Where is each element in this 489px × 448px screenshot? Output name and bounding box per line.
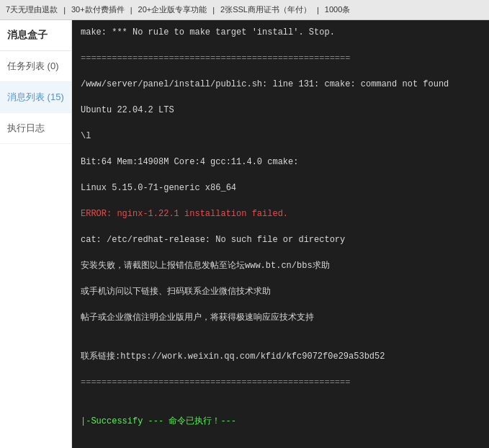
topbar-item-4: 2张SSL商用证书（年付） <box>220 4 311 15</box>
topbar-item-1: 7天无理由退款 <box>6 4 58 15</box>
topbar-divider: | <box>317 6 319 14</box>
terminal-line: /www/server/panel/install/public.sh: lin… <box>81 78 480 91</box>
terminal-line: ERROR: nginx-1.22.1 installation failed. <box>81 207 480 220</box>
terminal-line: ========================================… <box>81 376 480 389</box>
panel-title: 消息盒子 <box>0 20 71 51</box>
terminal-line: 帖子或企业微信注明企业版用户，将获得极速响应应技术支持 <box>81 311 480 324</box>
terminal-line: \l <box>81 130 480 143</box>
terminal-line: 或手机访问以下链接、扫码联系企业微信技术求助 <box>81 285 480 298</box>
topbar-item-2: 30+款付费插件 <box>71 4 125 15</box>
terminal-line: Linux 5.15.0-71-generic x86_64 <box>81 182 480 194</box>
terminal-line: make: *** No rule to make target 'instal… <box>81 26 480 39</box>
panel-container: 消息盒子 任务列表 (0) 消息列表 (15) 执行日志 checking fo… <box>0 20 489 448</box>
topbar-item-5: 1000条 <box>325 4 350 15</box>
topbar-item-3: 20+企业版专享功能 <box>138 4 207 15</box>
terminal-line: ========================================… <box>81 52 480 65</box>
topbar-divider: | <box>212 6 215 14</box>
sidebar-item-message-list[interactable]: 消息列表 (15) <box>0 82 71 113</box>
terminal-line: 联系链接:https://work.weixin.qq.com/kfid/kfc… <box>81 350 480 363</box>
main-content: checking for zlib library ... found chec… <box>72 20 489 448</box>
terminal-line: Ubuntu 22.04.2 LTS <box>81 104 480 117</box>
terminal-line: cat: /etc/redhat-release: No such file o… <box>81 233 480 246</box>
terminal-line: Bit:64 Mem:14908M Core:4 gcc:11.4.0 cmak… <box>81 156 480 169</box>
top-bar: 7天无理由退款 | 30+款付费插件 | 20+企业版专享功能 | 2张SSL商… <box>0 0 489 20</box>
terminal-output[interactable]: checking for zlib library ... found chec… <box>72 20 489 448</box>
topbar-divider: | <box>63 6 66 14</box>
sidebar: 消息盒子 任务列表 (0) 消息列表 (15) 执行日志 <box>0 20 72 448</box>
terminal-line: 安装失败，请截图以上报错信息发帖至论坛www.bt.cn/bbs求助 <box>81 259 480 272</box>
sidebar-item-exec-log[interactable]: 执行日志 <box>0 113 71 144</box>
topbar-divider: | <box>130 6 133 14</box>
sidebar-item-task-list[interactable]: 任务列表 (0) <box>0 51 71 82</box>
terminal-line: |-Successify --- 命令已执行！--- <box>81 415 480 428</box>
